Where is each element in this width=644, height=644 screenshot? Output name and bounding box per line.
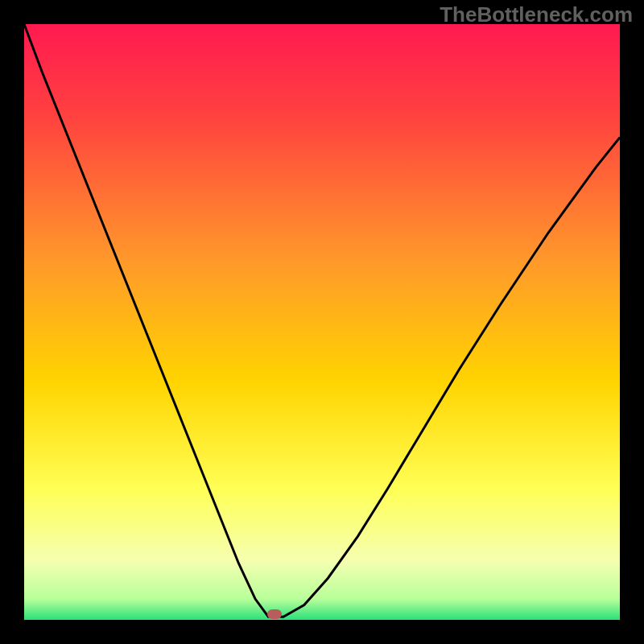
curve-layer [24, 24, 620, 620]
plot-area [24, 24, 620, 620]
optimal-marker [267, 609, 282, 619]
bottleneck-curve [24, 24, 620, 617]
chart-container: TheBottleneck.com [0, 0, 644, 644]
watermark-text: TheBottleneck.com [440, 2, 633, 27]
